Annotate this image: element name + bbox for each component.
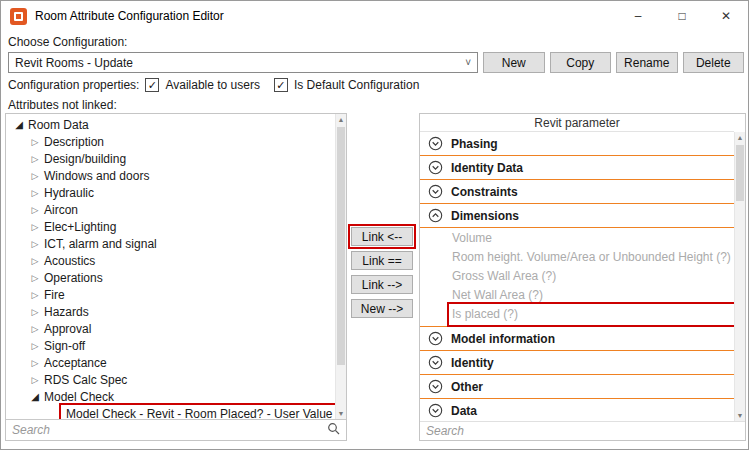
expander-collapsed-icon[interactable]: ▷ [28, 307, 42, 317]
section-dimensions[interactable]: Dimensions [420, 204, 734, 228]
parameter-item-room-height[interactable]: Room height. Volume/Area or Unbounded He… [450, 248, 734, 267]
expander-collapsed-icon[interactable]: ▷ [28, 324, 42, 334]
chevron-down-circle-icon[interactable] [428, 184, 443, 199]
section-constraints[interactable]: Constraints [420, 180, 734, 204]
tree-item-label: Model Check - Revit - Room Placed? - Use… [62, 406, 335, 420]
tree-item-fire[interactable]: ▷ Fire [6, 286, 335, 303]
expander-collapsed-icon[interactable]: ▷ [28, 154, 42, 164]
section-identity-data[interactable]: Identity Data [420, 156, 734, 180]
maximize-button[interactable]: □ [660, 1, 704, 31]
parameter-item-volume[interactable]: Volume [450, 229, 734, 248]
chevron-down-circle-icon[interactable] [428, 355, 443, 370]
parameter-vertical-scrollbar[interactable]: ▲ ▼ [734, 132, 745, 421]
section-label: Other [451, 380, 483, 394]
link-right-button[interactable]: Link --> [351, 275, 413, 294]
section-label: Identity [451, 356, 494, 370]
titlebar: Room Attribute Configuration Editor – □ … [1, 1, 748, 31]
tree-item-design-building[interactable]: ▷ Design/building [6, 150, 335, 167]
section-data[interactable]: Data [420, 399, 734, 421]
scroll-up-icon[interactable]: ▲ [336, 114, 346, 125]
scroll-up-icon[interactable]: ▲ [735, 132, 745, 143]
section-label: Dimensions [451, 209, 519, 223]
choose-configuration-label: Choose Configuration: [8, 35, 127, 49]
parameter-item-gross-wall-area[interactable]: Gross Wall Area (?) [450, 267, 734, 286]
delete-button[interactable]: Delete [683, 52, 745, 73]
section-other[interactable]: Other [420, 375, 734, 399]
chevron-down-circle-icon[interactable] [428, 379, 443, 394]
expander-collapsed-icon[interactable]: ▷ [28, 188, 42, 198]
checkbox-is-default-configuration[interactable]: ✓ [274, 78, 288, 92]
tree-item-rds-calc-spec[interactable]: ▷ RDS Calc Spec [6, 371, 335, 388]
expander-collapsed-icon[interactable]: ▷ [28, 358, 42, 368]
section-label: Data [451, 404, 477, 418]
minimize-button[interactable]: – [616, 1, 660, 31]
tree-item-acoustics[interactable]: ▷ Acoustics [6, 252, 335, 269]
copy-button[interactable]: Copy [550, 52, 612, 73]
chevron-down-circle-icon[interactable] [428, 136, 443, 151]
tree-item-ict-alarm-and-signal[interactable]: ▷ ICT, alarm and signal [6, 235, 335, 252]
tree-item-hydraulic[interactable]: ▷ Hydraulic [6, 184, 335, 201]
chevron-up-circle-icon[interactable] [428, 208, 443, 223]
section-identity[interactable]: Identity [420, 351, 734, 375]
section-label: Model information [451, 332, 555, 346]
section-phasing[interactable]: Phasing [420, 132, 734, 156]
scrollbar-thumb[interactable] [337, 127, 345, 365]
link-left-button[interactable]: Link <-- [351, 227, 413, 246]
parameter-item-net-wall-area[interactable]: Net Wall Area (?) [450, 286, 734, 305]
tree-item-operations[interactable]: ▷ Operations [6, 269, 335, 286]
expander-expanded-icon[interactable]: ◢ [28, 391, 42, 402]
scrollbar-thumb[interactable] [736, 145, 744, 201]
section-label: Identity Data [451, 161, 523, 175]
tree-item-label: Windows and doors [44, 169, 149, 183]
expander-collapsed-icon[interactable]: ▷ [28, 341, 42, 351]
expander-collapsed-icon[interactable]: ▷ [28, 273, 42, 283]
scroll-down-icon[interactable]: ▼ [735, 410, 745, 421]
scroll-down-icon[interactable]: ▼ [336, 408, 346, 419]
expander-collapsed-icon[interactable]: ▷ [28, 205, 42, 215]
chevron-down-circle-icon[interactable] [428, 160, 443, 175]
expander-collapsed-icon[interactable]: ▷ [28, 171, 42, 181]
link-equals-button[interactable]: Link == [351, 251, 413, 270]
is-default-configuration-label: Is Default Configuration [294, 78, 419, 92]
chevron-down-circle-icon[interactable] [428, 403, 443, 418]
room-attribute-configuration-editor-window: Room Attribute Configuration Editor – □ … [0, 0, 749, 450]
expander-collapsed-icon[interactable]: ▷ [28, 375, 42, 385]
new-button[interactable]: New [483, 52, 545, 73]
section-model-information[interactable]: Model information [420, 327, 734, 351]
tree-item-sign-off[interactable]: ▷ Sign-off [6, 337, 335, 354]
tree-item-hazards[interactable]: ▷ Hazards [6, 303, 335, 320]
expander-expanded-icon[interactable]: ◢ [12, 119, 26, 130]
tree-item-label: Aircon [44, 203, 78, 217]
parameter-item-is-placed[interactable]: Is placed (?) [450, 305, 734, 324]
expander-collapsed-icon[interactable]: ▷ [28, 256, 42, 266]
configuration-select[interactable]: Revit Rooms - Update ˅ [8, 52, 478, 73]
chevron-down-circle-icon[interactable] [428, 331, 443, 346]
dimensions-parameter-list: Volume Room height. Volume/Area or Unbou… [420, 228, 734, 327]
close-button[interactable]: ✕ [704, 1, 748, 31]
tree-item-acceptance[interactable]: ▷ Acceptance [6, 354, 335, 371]
new-right-button[interactable]: New --> [351, 299, 413, 318]
search-icon [327, 422, 340, 438]
expander-collapsed-icon[interactable]: ▷ [28, 222, 42, 232]
checkbox-available-to-users[interactable]: ✓ [145, 78, 159, 92]
expander-collapsed-icon[interactable]: ▷ [28, 290, 42, 300]
configuration-selected-value: Revit Rooms - Update [15, 56, 465, 70]
tree-item-label: Acceptance [44, 356, 107, 370]
tree-item-elec-lighting[interactable]: ▷ Elec+Lighting [6, 218, 335, 235]
expander-collapsed-icon[interactable]: ▷ [28, 137, 42, 147]
tree-item-windows-and-doors[interactable]: ▷ Windows and doors [6, 167, 335, 184]
tree-item-approval[interactable]: ▷ Approval [6, 320, 335, 337]
rename-button[interactable]: Rename [616, 52, 678, 73]
tree-item-aircon[interactable]: ▷ Aircon [6, 201, 335, 218]
tree-item-label: Operations [44, 271, 103, 285]
link-buttons-column: Link <-- Link == Link --> New --> [351, 227, 413, 318]
tree-item-room-data[interactable]: ◢ Room Data [6, 116, 335, 133]
expander-collapsed-icon[interactable]: ▷ [28, 239, 42, 249]
tree-item-model-check-revit-room-placed-user-value[interactable]: Model Check - Revit - Room Placed? - Use… [6, 405, 335, 419]
tree-vertical-scrollbar[interactable]: ▲ ▼ [335, 114, 346, 419]
tree-item-model-check[interactable]: ◢ Model Check [6, 388, 335, 405]
revit-parameter-column-header[interactable]: Revit parameter [420, 114, 734, 132]
parameter-search-input[interactable] [426, 424, 739, 438]
tree-item-description[interactable]: ▷ Description [6, 133, 335, 150]
tree-search-input[interactable] [12, 423, 327, 437]
